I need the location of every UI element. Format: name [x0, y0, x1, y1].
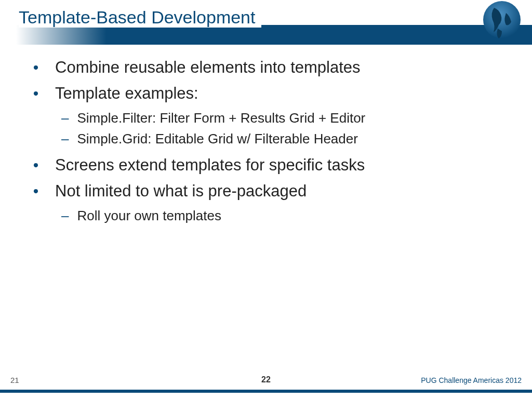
slide-footer: 21 22 PUG Challenge Americas 2012: [0, 374, 532, 390]
bullet-item: • Screens extend templates for specific …: [31, 155, 501, 176]
sub-bullet-text: Roll your own templates: [77, 207, 221, 224]
bullet-item: • Template examples:: [31, 83, 501, 104]
bullet-dash-icon: –: [61, 109, 69, 127]
sub-bullet-text: Simple.Grid: Editable Grid w/ Filterable…: [77, 130, 357, 148]
bullet-dot-icon: •: [31, 155, 41, 176]
bullet-text: Screens extend templates for specific ta…: [55, 155, 365, 176]
bullet-dot-icon: •: [31, 181, 41, 202]
sub-bullet-item: – Simple.Filter: Filter Form + Results G…: [61, 109, 501, 127]
bullet-dot-icon: •: [31, 57, 41, 78]
slide-body: • Combine reusable elements into templat…: [31, 57, 501, 228]
sub-bullet-item: – Roll your own templates: [61, 207, 501, 224]
bullet-item: • Combine reusable elements into templat…: [31, 57, 501, 78]
footer-event-label: PUG Challenge Americas 2012: [421, 376, 522, 384]
bullet-text: Template examples:: [55, 83, 198, 104]
bullet-dash-icon: –: [61, 130, 69, 148]
bullet-text: Not limited to what is pre-packaged: [55, 181, 307, 202]
bullet-text: Combine reusable elements into templates: [55, 57, 361, 78]
globe-americas-icon: [466, 0, 528, 47]
bullet-dash-icon: –: [61, 207, 69, 224]
footer-divider: [0, 390, 532, 393]
sub-bullet-text: Simple.Filter: Filter Form + Results Gri…: [77, 109, 365, 127]
bullet-dot-icon: •: [31, 83, 41, 104]
sub-bullet-item: – Simple.Grid: Editable Grid w/ Filterab…: [61, 130, 501, 148]
bullet-item: • Not limited to what is pre-packaged: [31, 181, 501, 202]
svg-point-0: [483, 1, 521, 38]
title-bar: [0, 25, 532, 45]
slide-title: Template-Based Development: [19, 7, 261, 28]
